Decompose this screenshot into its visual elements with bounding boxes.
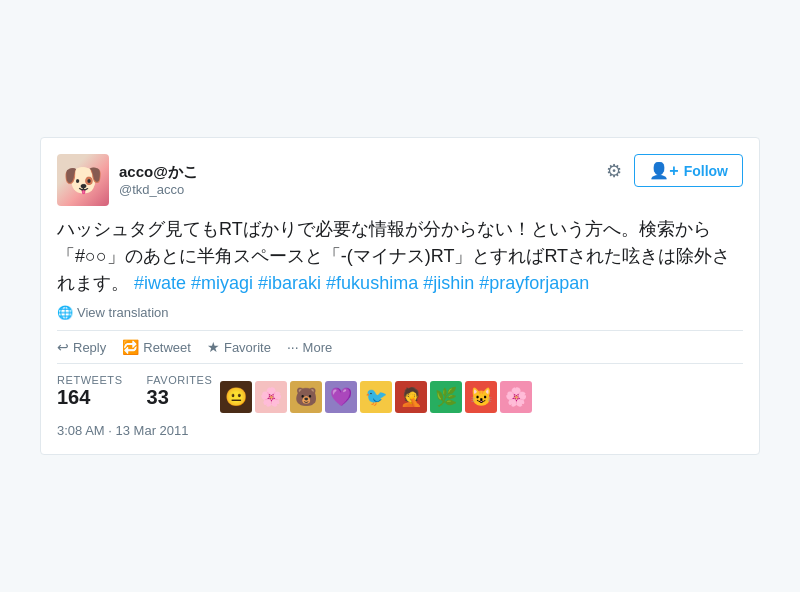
view-translation[interactable]: 🌐 View translation <box>57 305 743 320</box>
retweet-icon: 🔁 <box>122 339 139 355</box>
retweet-label: Retweet <box>143 340 191 355</box>
timestamp-text: 3:08 AM · 13 Mar 2011 <box>57 423 189 438</box>
mini-avatar[interactable]: 💜 <box>325 381 357 413</box>
reply-icon: ↩ <box>57 339 69 355</box>
retweet-button[interactable]: 🔁 Retweet <box>122 339 191 355</box>
retweeters-avatars: 😐🌸🐻💜🐦🤦🌿😺🌸 <box>220 381 532 413</box>
tweet-header-left: 🐶 acco@かこ @tkd_acco <box>57 154 198 206</box>
more-button[interactable]: ··· More <box>287 339 332 355</box>
tweet-hashtags[interactable]: #iwate #miyagi #ibaraki #fukushima #jish… <box>129 273 589 293</box>
retweets-value[interactable]: 164 <box>57 386 123 409</box>
avatar-image: 🐶 <box>57 154 109 206</box>
more-label: More <box>303 340 333 355</box>
tweet-body: ハッシュタグ見てもRTばかりで必要な情報が分からない！という方へ。検索から「#○… <box>57 216 743 297</box>
retweets-stat: RETWEETS 164 <box>57 374 123 409</box>
star-icon: ★ <box>207 339 220 355</box>
tweet-header-right: ⚙ 👤+ Follow <box>602 154 743 187</box>
follow-label: Follow <box>684 163 728 179</box>
mini-avatar[interactable]: 🌸 <box>500 381 532 413</box>
favorites-value[interactable]: 33 <box>147 386 213 409</box>
tweet-card: 🐶 acco@かこ @tkd_acco ⚙ 👤+ Follow ハッシュタグ見て… <box>40 137 760 455</box>
stats-and-avatars: RETWEETS 164 FAVORITES 33 😐🌸🐻💜🐦🤦🌿😺🌸 <box>57 374 743 419</box>
mini-avatar[interactable]: 🌸 <box>255 381 287 413</box>
tweet-header: 🐶 acco@かこ @tkd_acco ⚙ 👤+ Follow <box>57 154 743 206</box>
gear-icon: ⚙ <box>606 161 622 181</box>
tweet-actions: ↩ Reply 🔁 Retweet ★ Favorite ··· More <box>57 330 743 364</box>
avatar[interactable]: 🐶 <box>57 154 109 206</box>
globe-icon: 🌐 <box>57 305 73 320</box>
mini-avatar[interactable]: 🐻 <box>290 381 322 413</box>
more-icon: ··· <box>287 339 299 355</box>
user-info: acco@かこ @tkd_acco <box>119 163 198 197</box>
mini-avatar[interactable]: 🤦 <box>395 381 427 413</box>
retweets-label: RETWEETS <box>57 374 123 386</box>
mini-avatar[interactable]: 😐 <box>220 381 252 413</box>
favorites-label: FAVORITES <box>147 374 213 386</box>
reply-label: Reply <box>73 340 106 355</box>
gear-button[interactable]: ⚙ <box>602 156 626 186</box>
favorite-label: Favorite <box>224 340 271 355</box>
follow-plus-icon: 👤+ <box>649 161 678 180</box>
view-translation-label: View translation <box>77 305 169 320</box>
tweet-stats: RETWEETS 164 FAVORITES 33 <box>57 374 212 409</box>
favorite-button[interactable]: ★ Favorite <box>207 339 271 355</box>
mini-avatar[interactable]: 😺 <box>465 381 497 413</box>
display-name[interactable]: acco@かこ <box>119 163 198 182</box>
mini-avatar[interactable]: 🐦 <box>360 381 392 413</box>
favorites-stat: FAVORITES 33 <box>147 374 213 409</box>
username[interactable]: @tkd_acco <box>119 182 198 197</box>
mini-avatar[interactable]: 🌿 <box>430 381 462 413</box>
follow-button[interactable]: 👤+ Follow <box>634 154 743 187</box>
tweet-timestamp: 3:08 AM · 13 Mar 2011 <box>57 423 743 438</box>
reply-button[interactable]: ↩ Reply <box>57 339 106 355</box>
